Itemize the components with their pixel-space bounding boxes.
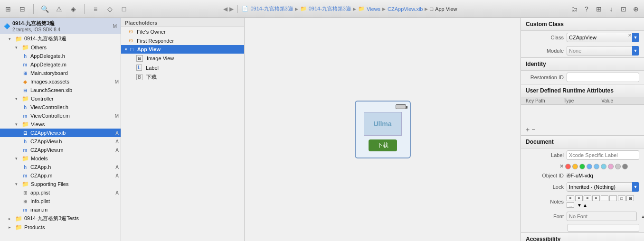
module-select[interactable]: None ▼: [567, 46, 639, 56]
canvas-download-button[interactable]: 下载: [369, 139, 397, 151]
remove-attribute-button[interactable]: −: [531, 126, 535, 133]
xib-item-label[interactable]: L Label: [121, 63, 244, 72]
sidebar-item-czapp-m[interactable]: m CZApp.m A: [0, 171, 121, 180]
color-dot-green[interactable]: [579, 164, 585, 169]
notes-more[interactable]: …: [567, 202, 574, 208]
sidebar-item-launchscreen[interactable]: ⊟ LaunchScreen.xib: [0, 86, 121, 94]
sidebar-item-supporting-files[interactable]: ▾ 📁 Supporting Files: [0, 180, 121, 188]
canvas-image-view[interactable]: Ullma: [364, 112, 402, 136]
chat-icon[interactable]: □: [120, 5, 128, 13]
font-up-icon[interactable]: ▲: [641, 214, 644, 219]
breadcrumb-part4[interactable]: CZAppView.xib: [388, 6, 423, 12]
sidebar-item-others[interactable]: ▾ 📁 Others: [0, 43, 121, 52]
font-input[interactable]: [567, 212, 637, 221]
notes-align-right[interactable]: ≡: [584, 195, 591, 201]
breadcrumb-part3[interactable]: Views: [367, 6, 380, 12]
notes-align-left[interactable]: ≡: [567, 195, 574, 201]
button-icon: B: [136, 74, 142, 80]
sidebar-item-app-plist[interactable]: ⊞ app.plist A: [0, 188, 121, 197]
color-dot-gray1[interactable]: [615, 164, 621, 169]
restoration-input[interactable]: [567, 73, 639, 82]
phone-preview: Ullma 下载: [355, 101, 411, 158]
forward-button[interactable]: ▶: [229, 6, 234, 12]
class-clear-icon[interactable]: ✕: [628, 33, 632, 42]
notes-align-center[interactable]: ≡: [575, 195, 583, 201]
class-value: CZAppView: [569, 35, 597, 40]
sidebar-item-tests[interactable]: ▸ 📁 0914-九宫格第3遍Tests: [0, 214, 121, 223]
notes-shrink[interactable]: ▼: [577, 203, 582, 208]
list-icon[interactable]: ≡: [91, 5, 100, 13]
xib-item-app-view[interactable]: ▾ □ App View: [121, 45, 244, 54]
sidebar-item-czappview-xib[interactable]: ⊟ CZAppView.xib A: [0, 129, 121, 137]
xib-item-files-owner[interactable]: ⊙ File's Owner: [121, 27, 244, 36]
sidebar-vc-m-label: ViewController.m: [30, 113, 113, 119]
warning-icon[interactable]: ⚠: [55, 5, 63, 13]
doc-label-input[interactable]: [567, 150, 639, 160]
color-dot-red[interactable]: [565, 164, 571, 169]
grid2-icon[interactable]: ⊟: [18, 5, 27, 13]
sidebar-item-models[interactable]: ▾ 📁 Models: [0, 154, 121, 163]
sidebar-item-czapp-h[interactable]: h CZApp.h A: [0, 163, 121, 171]
color-dot-blue2[interactable]: [594, 164, 599, 169]
xib-item-image-view[interactable]: ⊟ Image View: [121, 54, 244, 63]
sidebar-item-viewcontroller-m[interactable]: m ViewController.m M: [0, 111, 121, 120]
class-label: Class: [526, 35, 564, 40]
font-row: Font ▲: [521, 210, 644, 223]
notes-grow[interactable]: ▲: [583, 203, 587, 208]
sidebar-item-main-storyboard[interactable]: ⊞ Main.storyboard: [0, 69, 121, 77]
sidebar-toggle[interactable]: ⊡: [619, 5, 628, 13]
add-attribute-button[interactable]: +: [526, 126, 530, 133]
identity-section: Identity Restoration ID: [521, 58, 644, 84]
breadcrumb-part5[interactable]: App View: [435, 6, 457, 12]
project-header[interactable]: 🔷 0914-九宫格第3遍 2 targets, iOS SDK 8.4 M: [0, 18, 121, 34]
sidebar-item-czappview-m[interactable]: m CZAppView.m A: [0, 146, 121, 154]
notes-dash1[interactable]: —: [601, 195, 608, 201]
font-extra-input[interactable]: [568, 224, 639, 232]
module-dropdown-icon[interactable]: ▼: [632, 46, 639, 56]
color-dot-blue[interactable]: [587, 164, 592, 169]
color-dot-teal[interactable]: [601, 164, 606, 169]
sidebar-item-images-xcassets[interactable]: ◈ Images.xcassets M: [0, 77, 121, 86]
xib-item-button[interactable]: B 下载: [121, 72, 244, 82]
lock-select[interactable]: Inherited - (Nothing) ▼: [567, 182, 639, 192]
notes-dash2[interactable]: —: [609, 195, 617, 201]
add-icon[interactable]: ⊕: [632, 5, 640, 13]
breadcrumb-part1[interactable]: 0914-九宫格第3遍: [250, 5, 293, 12]
notes-align-justify[interactable]: ≡: [592, 195, 600, 201]
accessibility-section: Accessibility: [521, 233, 644, 241]
sidebar-item-info-plist[interactable]: ⊞ Info.plist: [0, 197, 121, 205]
sidebar-item-products[interactable]: ▸ 📁 Products: [0, 223, 121, 232]
sidebar-item-views[interactable]: ▾ 📁 Views: [0, 120, 121, 129]
notes-box2[interactable]: ⊟: [626, 195, 634, 201]
help-icon[interactable]: ?: [582, 5, 591, 13]
sidebar-item-czappview-h[interactable]: h CZAppView.h A: [0, 137, 121, 146]
grid-icon[interactable]: ⊞: [4, 5, 12, 13]
sidebar-app-plist-label: app.plist: [30, 190, 114, 195]
breadcrumb-part2[interactable]: 0914-九宫格第3遍: [309, 5, 351, 12]
notes-box1[interactable]: □: [618, 195, 625, 201]
color-dot-orange[interactable]: [572, 164, 578, 169]
download-icon[interactable]: ↓: [607, 5, 616, 13]
module-label: Module: [526, 48, 564, 54]
sidebar-item-appdelegate-h[interactable]: h AppDelegate.h: [0, 52, 121, 60]
class-dropdown-icon[interactable]: ▼: [632, 33, 639, 42]
sidebar-item-main-m[interactable]: m main.m: [0, 205, 121, 214]
lock-label: Lock: [526, 184, 564, 190]
sidebar-models-label: Models: [31, 156, 119, 161]
xib-item-first-responder[interactable]: ⊙ First Responder: [121, 36, 244, 45]
color-dot-gray2[interactable]: [622, 164, 628, 169]
search-icon[interactable]: 🔍: [40, 5, 49, 13]
inspector-icon[interactable]: 🗂: [570, 5, 578, 13]
sidebar-item-controller[interactable]: ▾ 📁 Controller: [0, 94, 121, 103]
lock-dropdown-icon[interactable]: ▼: [632, 182, 639, 192]
view-icon[interactable]: ⊞: [595, 5, 603, 13]
class-select[interactable]: CZAppView ✕ ▼: [567, 33, 639, 42]
sidebar-item-root-folder[interactable]: ▾ 📁 0914-九宫格第3遍: [0, 34, 121, 43]
tag-icon[interactable]: ◇: [105, 5, 114, 13]
sidebar-item-appdelegate-m[interactable]: m AppDelegate.m: [0, 60, 121, 69]
sidebar-item-viewcontroller-h[interactable]: h ViewController.h: [0, 103, 121, 111]
battery-icon: [396, 104, 406, 109]
back-button[interactable]: ◀: [223, 6, 227, 12]
color-dot-pink[interactable]: [608, 164, 614, 169]
memory-icon[interactable]: ◈: [69, 5, 77, 13]
